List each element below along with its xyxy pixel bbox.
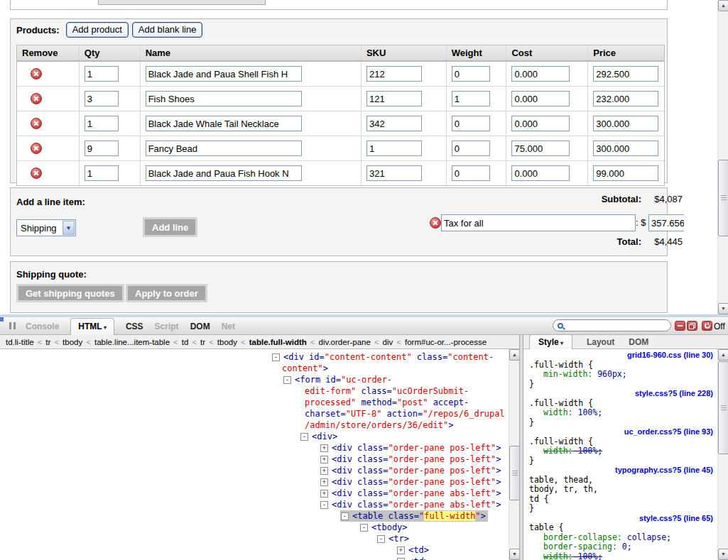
scroll-up-icon[interactable]: ▲: [718, 349, 728, 361]
collapse-icon[interactable]: -: [300, 433, 308, 441]
breadcrumb-item[interactable]: table.line...item-table: [94, 338, 170, 346]
css-property[interactable]: width: 100%;: [529, 408, 713, 418]
price-input[interactable]: [593, 165, 658, 181]
tab-css[interactable]: CSS: [126, 322, 143, 331]
tree-node[interactable]: +<div class="order-pane pos-left">: [0, 454, 509, 465]
qty-input[interactable]: [85, 66, 119, 82]
add-line-button[interactable]: Add line: [143, 217, 197, 237]
tree-node[interactable]: +<div class="order-pane pos-left">: [0, 442, 509, 454]
side-tab-layout[interactable]: Layout: [587, 337, 614, 347]
weight-input[interactable]: [452, 116, 490, 131]
tree-scrollbar-thumb[interactable]: [509, 446, 520, 500]
apply-to-order-button[interactable]: Apply to order: [126, 284, 207, 302]
tree-node[interactable]: -<div class="order-pane abs-left">: [0, 499, 509, 510]
remove-icon[interactable]: [31, 118, 42, 129]
expand-icon[interactable]: +: [320, 467, 328, 475]
tab-net[interactable]: Net: [222, 322, 235, 331]
remove-icon[interactable]: [31, 168, 42, 179]
expand-icon[interactable]: +: [320, 478, 328, 486]
tree-node[interactable]: /admin/store/orders/36/edit">: [0, 419, 509, 431]
breadcrumb-item[interactable]: tr: [200, 338, 205, 346]
css-file-link[interactable]: style.css?5 (line 65): [529, 514, 713, 524]
weight-input[interactable]: [452, 165, 490, 181]
collapse-icon[interactable]: -: [272, 353, 280, 361]
cost-input[interactable]: [511, 66, 570, 82]
scroll-down-icon[interactable]: ▼: [718, 303, 728, 314]
name-input[interactable]: [146, 116, 302, 131]
name-input[interactable]: [146, 66, 302, 82]
qty-input[interactable]: [85, 116, 119, 131]
style-panel-scrollbar[interactable]: ▲ ▼: [717, 349, 728, 560]
name-input[interactable]: [146, 165, 302, 181]
collapse-icon[interactable]: -: [360, 524, 368, 532]
tab-script[interactable]: Script: [155, 322, 179, 331]
add-product-button[interactable]: Add product: [66, 22, 129, 38]
expand-icon[interactable]: +: [320, 456, 328, 463]
firebug-off-label[interactable]: Off: [714, 322, 725, 331]
css-file-link[interactable]: uc_order.css?5 (line 93): [529, 427, 713, 437]
css-file-link[interactable]: style.css?5 (line 228): [529, 389, 713, 399]
tree-node[interactable]: +<div class="order-pane pos-left">: [0, 465, 509, 476]
pause-icon[interactable]: [9, 322, 16, 329]
side-tab-style[interactable]: Style ▾: [529, 334, 572, 350]
sku-input[interactable]: [366, 165, 422, 181]
tree-node[interactable]: -<tbody>: [0, 522, 509, 533]
price-input[interactable]: [593, 91, 658, 106]
get-shipping-quotes-button[interactable]: Get shipping quotes: [16, 284, 124, 302]
style-scrollbar-thumb[interactable]: [718, 361, 728, 454]
tree-node[interactable]: -<div>: [0, 431, 509, 442]
scroll-up-icon[interactable]: ▲: [509, 349, 520, 361]
search-box[interactable]: [553, 319, 671, 331]
css-file-link[interactable]: grid16-960.css (line 30): [529, 351, 713, 361]
breadcrumb-item[interactable]: table.full-width: [249, 338, 307, 346]
sku-input[interactable]: [366, 116, 422, 131]
add-blank-line-button[interactable]: Add blank line: [132, 22, 203, 38]
collapse-icon[interactable]: -: [341, 512, 349, 520]
tab-html[interactable]: HTML ▾: [70, 318, 114, 336]
tab-console[interactable]: Console: [26, 322, 59, 331]
scroll-down-icon[interactable]: ▼: [718, 549, 728, 560]
expand-icon[interactable]: +: [397, 547, 405, 554]
name-input[interactable]: [146, 141, 302, 156]
tree-node[interactable]: edit-form" class="ucOrderSubmit-: [0, 385, 509, 397]
tree-node[interactable]: content">: [0, 363, 509, 374]
expand-icon[interactable]: +: [320, 444, 328, 452]
tree-node[interactable]: +<td>: [0, 556, 509, 560]
price-input[interactable]: [593, 116, 658, 131]
breadcrumb-item[interactable]: tr: [45, 338, 50, 346]
minimize-button[interactable]: [675, 321, 685, 331]
side-tab-dom[interactable]: DOM: [629, 337, 648, 347]
css-property[interactable]: min-width: 960px;: [529, 370, 713, 380]
css-property[interactable]: border-collapse: collapse;: [529, 533, 713, 543]
tax-value-input[interactable]: [648, 214, 684, 231]
qty-input[interactable]: [85, 91, 119, 106]
css-property[interactable]: border-spacing: 0;: [529, 542, 713, 552]
sku-input[interactable]: [366, 141, 422, 156]
remove-icon[interactable]: [31, 68, 42, 79]
collapse-icon[interactable]: -: [283, 376, 291, 384]
cost-input[interactable]: [511, 141, 570, 156]
tree-node[interactable]: -<div id="content-content" class="conten…: [0, 351, 509, 363]
expand-icon[interactable]: +: [320, 490, 328, 498]
tree-node[interactable]: -<tr>: [0, 533, 509, 544]
cost-input[interactable]: [511, 116, 570, 131]
scroll-up-icon[interactable]: ▲: [718, 0, 728, 11]
tree-node[interactable]: +<div class="order-pane pos-left">: [0, 476, 509, 488]
scroll-down-icon[interactable]: ▼: [509, 549, 520, 560]
tax-name-input[interactable]: [441, 214, 636, 231]
css-property[interactable]: width: 100%;: [529, 446, 713, 456]
remove-icon[interactable]: [31, 93, 42, 104]
tree-node[interactable]: +<td>: [0, 544, 509, 556]
cost-input[interactable]: [511, 91, 570, 106]
tree-node[interactable]: charset="UTF-8" action="/repos/6_drupal: [0, 408, 509, 419]
tree-node[interactable]: +<div class="order-pane abs-left">: [0, 488, 509, 499]
weight-input[interactable]: [452, 141, 490, 156]
tree-node[interactable]: -<table class="full-width">: [0, 510, 509, 522]
tree-node[interactable]: -<form id="uc-order-: [0, 374, 509, 385]
weight-input[interactable]: [452, 91, 490, 106]
breadcrumb-item[interactable]: div: [383, 338, 393, 346]
css-property[interactable]: width: 100%;: [529, 552, 713, 560]
remove-icon[interactable]: [31, 143, 42, 154]
search-input[interactable]: [563, 320, 658, 331]
chevron-down-icon[interactable]: ▼: [63, 221, 75, 235]
